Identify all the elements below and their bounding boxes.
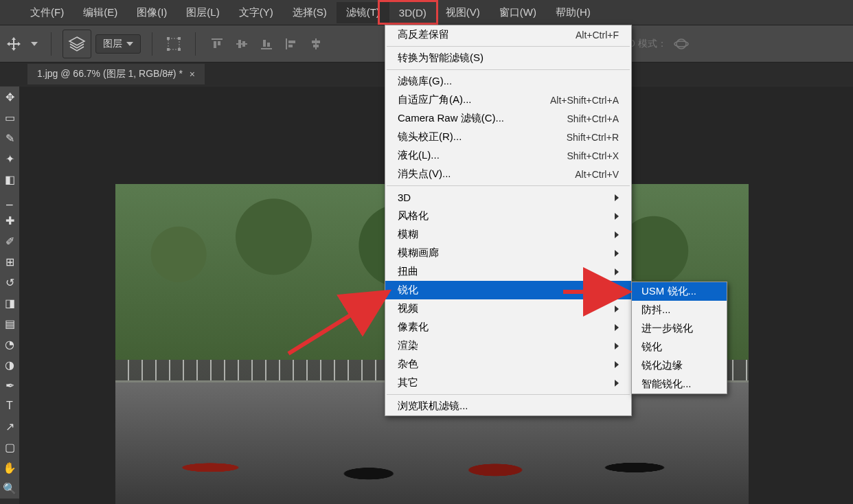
chevron-down-icon[interactable] — [29, 33, 40, 55]
svg-rect-15 — [288, 41, 295, 43]
align-bottom-icon[interactable] — [256, 34, 277, 54]
sharpen-shake-reduction[interactable]: 防抖... — [632, 301, 727, 319]
tool-hand[interactable]: ✋ — [0, 457, 19, 478]
tool-move[interactable]: ✥ — [0, 87, 19, 107]
submenu-arrow-icon — [615, 343, 619, 350]
tool-lasso[interactable]: ✎ — [0, 128, 19, 148]
filter-browse-online-label: 浏览联机滤镜... — [398, 400, 468, 413]
sharpen-more[interactable]: 进一步锐化 — [632, 319, 727, 338]
filter-browse-online[interactable]: 浏览联机滤镜... — [385, 397, 631, 415]
tool-eyedropper[interactable]: ⎯ — [0, 190, 19, 210]
svg-rect-6 — [214, 41, 216, 48]
filter-vanishing-point-shortcut: Alt+Ctrl+V — [575, 169, 619, 180]
submenu-arrow-icon — [615, 268, 619, 275]
sharpen-submenu: USM 锐化... 防抖... 进一步锐化 锐化 锐化边缘 智能锐化... — [631, 282, 727, 394]
filter-cat-other[interactable]: 其它 — [385, 374, 631, 392]
menu-help[interactable]: 帮助(H) — [546, 2, 600, 23]
svg-rect-19 — [313, 45, 319, 47]
filter-cat-distort[interactable]: 扭曲 — [385, 262, 631, 281]
filter-liquify[interactable]: 液化(L)... Shift+Ctrl+X — [385, 146, 631, 165]
tool-heal[interactable]: ✚ — [0, 210, 19, 231]
filter-convert-smart[interactable]: 转换为智能滤镜(S) — [385, 49, 631, 67]
filter-last-filter[interactable]: 高反差保留 Alt+Ctrl+F — [385, 25, 631, 44]
filter-lens-correction[interactable]: 镜头校正(R)... Shift+Ctrl+R — [385, 128, 631, 146]
menu-3d[interactable]: 3D(D) — [389, 3, 436, 23]
align-left-icon[interactable] — [281, 34, 302, 54]
filter-cat-pixelate[interactable]: 像素化 — [385, 318, 631, 336]
tool-crop[interactable]: ◧ — [0, 169, 19, 190]
filter-cat-other-label: 其它 — [398, 376, 418, 389]
tool-marquee[interactable]: ▭ — [0, 107, 19, 128]
svg-rect-18 — [312, 41, 320, 43]
align-top-icon[interactable] — [207, 34, 227, 54]
tool-eraser[interactable]: ◨ — [0, 293, 19, 313]
svg-rect-5 — [212, 38, 223, 40]
menu-window[interactable]: 窗口(W) — [490, 2, 546, 23]
auto-select-layers-icon[interactable] — [62, 30, 91, 58]
submenu-arrow-icon — [615, 213, 619, 220]
auto-select-label: 图层 — [103, 38, 122, 50]
menu-file[interactable]: 文件(F) — [21, 2, 73, 23]
filter-cat-video[interactable]: 视频 — [385, 299, 631, 318]
orbit-3d-icon[interactable] — [671, 34, 692, 54]
menu-select[interactable]: 选择(S) — [283, 2, 337, 23]
auto-select-dropdown[interactable]: 图层 — [95, 34, 141, 54]
svg-rect-11 — [261, 48, 272, 49]
svg-point-21 — [676, 39, 686, 49]
filter-convert-smart-label: 转换为智能滤镜(S) — [398, 51, 484, 65]
menu-edit[interactable]: 编辑(E) — [73, 2, 127, 23]
filter-gallery[interactable]: 滤镜库(G)... — [385, 72, 631, 91]
sharpen-edges[interactable]: 锐化边缘 — [632, 356, 727, 375]
filter-lens-correction-shortcut: Shift+Ctrl+R — [567, 132, 619, 143]
tool-path[interactable]: ↗ — [0, 416, 19, 437]
svg-rect-12 — [263, 40, 266, 47]
filter-vanishing-point[interactable]: 消失点(V)... Alt+Ctrl+V — [385, 165, 631, 183]
tool-gradient[interactable]: ▤ — [0, 313, 19, 334]
svg-rect-3 — [167, 48, 170, 51]
filter-cat-noise[interactable]: 杂色 — [385, 355, 631, 374]
sharpen-smart[interactable]: 智能锐化... — [632, 375, 727, 393]
filter-adaptive-wide[interactable]: 自适应广角(A)... Alt+Shift+Ctrl+A — [385, 91, 631, 109]
align-hcenter-icon[interactable] — [306, 34, 326, 54]
transform-controls-icon[interactable] — [163, 34, 184, 54]
filter-cat-blur-label: 模糊 — [398, 228, 418, 241]
align-vcenter-icon[interactable] — [231, 34, 252, 54]
filter-cat-blur[interactable]: 模糊 — [385, 225, 631, 244]
filter-cat-render[interactable]: 渲染 — [385, 336, 631, 355]
submenu-arrow-icon — [615, 231, 619, 238]
svg-rect-8 — [236, 43, 247, 45]
submenu-arrow-icon — [615, 250, 619, 257]
menu-image[interactable]: 图像(I) — [127, 2, 177, 23]
svg-rect-14 — [286, 38, 287, 49]
filter-camera-raw-label: Camera Raw 滤镜(C)... — [398, 112, 504, 125]
tool-type[interactable]: T — [0, 396, 19, 416]
svg-rect-1 — [167, 37, 170, 40]
tool-dodge[interactable]: ◑ — [0, 354, 19, 375]
tool-history-brush[interactable]: ↺ — [0, 272, 19, 293]
filter-cat-3d[interactable]: 3D — [385, 188, 631, 207]
filter-cat-blur-gallery[interactable]: 模糊画廊 — [385, 244, 631, 262]
filter-camera-raw[interactable]: Camera Raw 滤镜(C)... Shift+Ctrl+A — [385, 109, 631, 128]
tool-zoom[interactable]: 🔍 — [0, 478, 19, 499]
tool-pen[interactable]: ✒ — [0, 375, 19, 396]
filter-cat-stylize[interactable]: 风格化 — [385, 207, 631, 225]
tool-blur[interactable]: ◔ — [0, 334, 19, 354]
document-tab[interactable]: 1.jpg @ 66.7% (图层 1, RGB/8#) * × — [27, 64, 205, 84]
filter-cat-sharpen[interactable]: 锐化 — [385, 281, 631, 299]
sharpen-usm[interactable]: USM 锐化... — [632, 282, 727, 301]
tool-brush[interactable]: ✐ — [0, 231, 19, 251]
move-tool-icon[interactable] — [3, 33, 25, 55]
menu-view[interactable]: 视图(V) — [436, 2, 490, 23]
filter-cat-distort-label: 扭曲 — [398, 265, 418, 278]
submenu-arrow-icon — [615, 194, 619, 201]
svg-rect-10 — [242, 41, 245, 47]
menu-layer[interactable]: 图层(L) — [177, 2, 229, 23]
tool-shape[interactable]: ▢ — [0, 437, 19, 457]
sharpen-basic[interactable]: 锐化 — [632, 338, 727, 356]
tool-stamp[interactable]: ⊞ — [0, 251, 19, 272]
menu-filter[interactable]: 滤镜(T) — [337, 2, 389, 23]
filter-cat-noise-label: 杂色 — [398, 358, 418, 371]
tool-wand[interactable]: ✦ — [0, 148, 19, 169]
close-tab-icon[interactable]: × — [190, 69, 195, 80]
menu-type[interactable]: 文字(Y) — [229, 2, 283, 23]
